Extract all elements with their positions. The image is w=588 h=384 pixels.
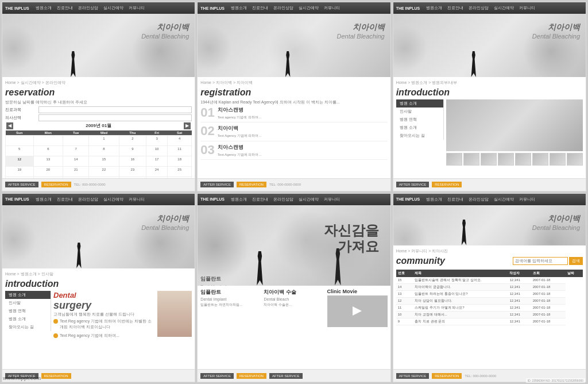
table-row[interactable]: 13임플란트 하려는데 통증이 있나요?12,3412007-01-18 xyxy=(396,290,583,297)
after-service-btn-5[interactable]: AFTER SERVICE xyxy=(200,373,234,379)
reservation-btn-6[interactable]: RESERVATION xyxy=(432,373,462,379)
cal-cell[interactable]: 7 xyxy=(63,145,89,156)
table-row[interactable]: 10치아 교정에 대해서...12,3412007-01-18 xyxy=(396,311,583,318)
nav6-item4[interactable]: 실시간예약 xyxy=(492,197,516,202)
nav1-item2[interactable]: 진료안내 xyxy=(55,5,75,11)
nav5-item5[interactable]: 커뮤니티 xyxy=(322,197,342,202)
cal-cell[interactable]: 11 xyxy=(168,145,192,156)
cal-cell[interactable]: 15 xyxy=(89,156,119,166)
subnav4-item-5[interactable]: 찾아오시는 길 xyxy=(5,323,51,331)
after-service-btn-5b[interactable]: AFTER SERVICE xyxy=(269,373,303,379)
nav3-item4[interactable]: 실시간예약 xyxy=(492,5,516,11)
cal-cell[interactable]: 6 xyxy=(33,145,63,156)
thumb-6[interactable] xyxy=(532,153,548,166)
reservation-btn-3[interactable]: RESERVATION xyxy=(432,182,462,187)
form-input-subject[interactable] xyxy=(38,106,192,113)
nav3-item1[interactable]: 병원소개 xyxy=(424,5,444,11)
subnav4-item-1[interactable]: 병원 소개 xyxy=(5,291,51,299)
cal-cell[interactable]: 12 xyxy=(6,156,34,166)
cal-cell[interactable]: 24 xyxy=(146,166,168,176)
cal-cell[interactable]: 19 xyxy=(6,166,34,176)
cal-cell[interactable]: 16 xyxy=(119,156,146,166)
cal-cell[interactable]: 20 xyxy=(33,166,63,176)
cal-prev-btn[interactable]: ◀ xyxy=(6,122,13,129)
table-row[interactable]: 11스케일링 주기가 어떻게 되나요?12,3412007-01-18 xyxy=(396,304,583,311)
subnav-item-4[interactable]: 병원 소개 xyxy=(396,124,444,132)
cal-cell[interactable]: 3 xyxy=(146,135,168,145)
cal-cell[interactable]: 5 xyxy=(6,145,34,156)
after-service-btn-6[interactable]: AFTER SERVICE xyxy=(396,373,430,379)
reservation-btn-1[interactable]: RESERVATION xyxy=(41,182,71,187)
cal-cell[interactable]: 9 xyxy=(119,145,146,156)
nav5-item1[interactable]: 병원소개 xyxy=(229,197,249,202)
nav3-item2[interactable]: 진료안내 xyxy=(446,5,465,11)
cal-cell[interactable]: 4 xyxy=(168,135,192,145)
cal-cell[interactable]: 18 xyxy=(168,156,192,166)
search-input[interactable] xyxy=(513,257,568,265)
nav4-item2[interactable]: 진료안내 xyxy=(55,197,75,202)
nav2-item3[interactable]: 온라인상담 xyxy=(272,5,295,11)
nav1-item3[interactable]: 온라인상담 xyxy=(76,5,100,11)
subnav4-item-2[interactable]: 인사말 xyxy=(5,299,51,307)
cal-cell[interactable]: 23 xyxy=(119,166,146,176)
thumb-8[interactable] xyxy=(567,153,583,166)
subnav-item-1[interactable]: 병원 소개 xyxy=(396,99,444,107)
subnav-item-5[interactable]: 찾아오시는 길 xyxy=(396,132,444,140)
cal-cell[interactable]: 2 xyxy=(119,135,146,145)
cal-cell[interactable]: 1 xyxy=(89,135,119,145)
after-service-btn-1[interactable]: AFTER SERVICE xyxy=(5,182,38,187)
cal-cell[interactable]: 14 xyxy=(63,156,89,166)
after-service-btn-3[interactable]: AFTER SERVICE xyxy=(396,182,430,187)
reservation-btn-4[interactable]: RESERVATION xyxy=(41,373,71,379)
nav2-item4[interactable]: 실시간예약 xyxy=(297,5,320,11)
cal-cell[interactable]: 17 xyxy=(146,156,168,166)
table-row[interactable]: 12치아 상담이 필요합니다.12,3412007-01-18 xyxy=(396,297,583,304)
subnav4-item-3[interactable]: 병원 연혁 xyxy=(5,307,51,315)
thumb-5[interactable] xyxy=(515,153,531,166)
thumb-2[interactable] xyxy=(463,153,479,166)
nav5-item4[interactable]: 실시간예약 xyxy=(297,197,320,202)
clinic-movie-thumb[interactable] xyxy=(327,295,388,327)
subnav-item-3[interactable]: 병원 연혁 xyxy=(396,116,444,124)
nav4-item3[interactable]: 온라인상담 xyxy=(76,197,100,202)
cal-cell[interactable]: 10 xyxy=(146,145,168,156)
cal-cell[interactable] xyxy=(33,135,63,145)
nav2-item2[interactable]: 진료안내 xyxy=(250,5,270,11)
subnav4-item-4[interactable]: 병원 소개 xyxy=(5,315,51,323)
subnav-item-2[interactable]: 인사말 xyxy=(396,107,444,116)
cal-cell[interactable]: 8 xyxy=(89,145,119,156)
search-button[interactable]: 검색 xyxy=(569,257,583,265)
thumb-4[interactable] xyxy=(498,153,514,166)
nav6-item3[interactable]: 온라인상담 xyxy=(467,197,490,202)
nav4-item5[interactable]: 커뮤니티 xyxy=(127,197,146,202)
nav6-item2[interactable]: 진료안내 xyxy=(446,197,465,202)
table-row[interactable]: 9충치 치료 관련 문의12,3412007-01-18 xyxy=(396,318,583,325)
nav2-item5[interactable]: 커뮤니티 xyxy=(322,5,342,11)
nav4-item4[interactable]: 실시간예약 xyxy=(102,197,125,202)
cal-cell[interactable]: 25 xyxy=(168,166,192,176)
nav3-item5[interactable]: 커뮤니티 xyxy=(517,5,537,11)
thumb-1[interactable] xyxy=(446,153,462,166)
table-row[interactable]: 15임플란트시술에 관해서 정확히 알고 싶어요.12,3412007-01-1… xyxy=(396,277,583,284)
nav1-item5[interactable]: 커뮤니티 xyxy=(127,5,146,11)
nav5-item2[interactable]: 진료안내 xyxy=(250,197,270,202)
reservation-btn-5[interactable]: RESERVATION xyxy=(237,373,266,379)
nav4-item1[interactable]: 병원소개 xyxy=(34,197,53,202)
cal-cell[interactable]: 22 xyxy=(89,166,119,176)
nav5-item3[interactable]: 온라인상담 xyxy=(272,197,295,202)
cal-cell[interactable] xyxy=(6,135,34,145)
reservation-btn-2[interactable]: RESERVATION xyxy=(237,182,266,187)
nav6-item1[interactable]: 병원소개 xyxy=(424,197,444,202)
cal-next-btn[interactable]: ▶ xyxy=(184,122,191,129)
thumb-7[interactable] xyxy=(550,153,566,166)
thumb-3[interactable] xyxy=(481,153,497,166)
after-service-btn-2[interactable]: AFTER SERVICE xyxy=(200,182,234,187)
form-input-doctor[interactable] xyxy=(38,114,192,121)
cal-cell[interactable] xyxy=(63,135,89,145)
nav6-item5[interactable]: 커뮤니티 xyxy=(517,197,537,202)
nav1-item1[interactable]: 병원소개 xyxy=(34,5,53,11)
table-row[interactable]: 14치아이백이 궁금합니다.12,3412007-01-18 xyxy=(396,283,583,290)
cal-cell[interactable]: 21 xyxy=(63,166,89,176)
cal-cell[interactable]: 13 xyxy=(33,156,63,166)
nav1-item4[interactable]: 실시간예약 xyxy=(102,5,125,11)
